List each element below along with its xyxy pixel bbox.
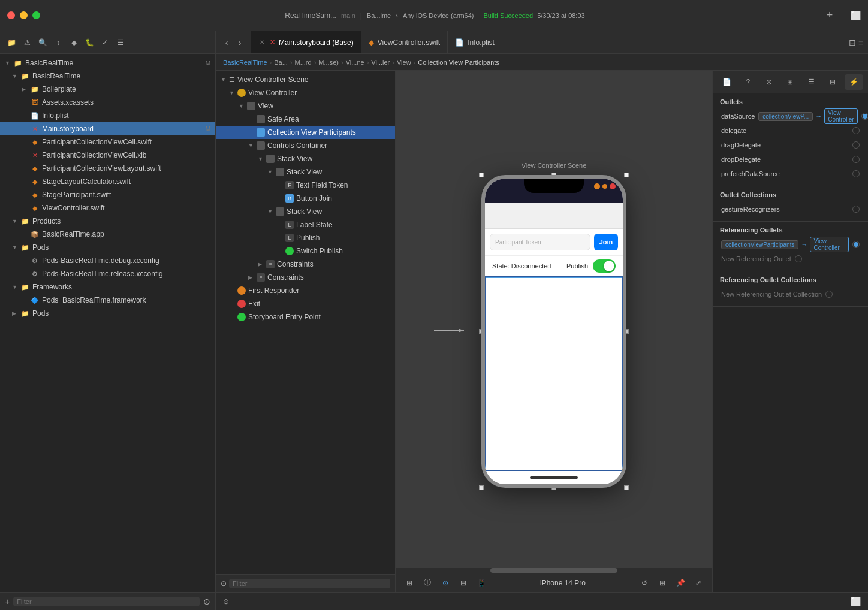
canvas-scrollbar-thumb[interactable]	[490, 568, 617, 573]
outlet-circle-new-ref-collection[interactable]	[825, 291, 833, 298]
tab-viewcontroller-swift[interactable]: ◆ ViewController.swift	[361, 31, 448, 53]
sidebar-item-frameworks[interactable]: ▼ 📁 Frameworks	[0, 280, 215, 294]
handle-top-right[interactable]	[624, 173, 629, 177]
ib-item-button-join[interactable]: ▶ B Button Join	[216, 192, 395, 205]
inspector-constraints-button[interactable]: ⊟	[823, 74, 842, 90]
ib-item-safe-area[interactable]: ▶ Safe Area	[216, 113, 395, 126]
ib-item-text-field-token[interactable]: ▶ F Text Field Token	[216, 179, 395, 192]
handle-bot-right[interactable]	[624, 485, 629, 490]
outlet-circle-gesture[interactable]	[852, 206, 860, 213]
ib-item-constraints-1[interactable]: ▶ = Constraints	[216, 258, 395, 271]
add-editor-button[interactable]: ≡	[858, 38, 863, 47]
ib-item-controls-container[interactable]: ▼ Controls Container	[216, 139, 395, 152]
outlet-circle-prefetch[interactable]	[852, 170, 860, 177]
navigator-breakpoint-button[interactable]: ◆	[67, 36, 80, 49]
add-file-button[interactable]: +	[5, 597, 10, 606]
inspector-connections-button[interactable]: ⚡	[845, 74, 863, 90]
sidebar-item-participant-layout[interactable]: ▶ ◆ ParticipantCollectionViewLayout.swif…	[0, 162, 215, 175]
split-editor-button[interactable]: ⊟	[849, 38, 856, 47]
tab-info-plist[interactable]: 📄 Info.plist	[448, 31, 502, 53]
minimize-button[interactable]	[20, 11, 28, 19]
sidebar-item-participant-cell-swift[interactable]: ▶ ◆ ParticipantCollectionViewCell.swift	[0, 135, 215, 149]
navigator-search-button[interactable]: 🔍	[36, 36, 49, 49]
ib-item-view-controller[interactable]: ▼ View Controller	[216, 86, 395, 99]
canvas-info-button[interactable]: ⓘ	[421, 576, 434, 590]
canvas-grid-button[interactable]: ⊞	[656, 576, 669, 590]
inspector-quickhelp-button[interactable]: ?	[739, 74, 757, 90]
sidebar-item-framework[interactable]: ▶ 🔷 Pods_BasicRealTime.framework	[0, 294, 215, 307]
sidebar-item-participant-cell-xib[interactable]: ▶ ✕ ParticipantCollectionViewCell.xib	[0, 149, 215, 162]
sidebar-item-basicrealtime-root[interactable]: ▼ 📁 BasicRealTime M	[0, 56, 215, 70]
breadcrumb-item[interactable]: M...rd	[295, 59, 312, 66]
outlet-circle-datasource[interactable]	[861, 113, 868, 120]
ib-item-stack-view-1[interactable]: ▼ Stack View	[216, 152, 395, 165]
ib-item-view[interactable]: ▼ View	[216, 99, 395, 113]
sidebar-item-products[interactable]: ▼ 📁 Products	[0, 215, 215, 228]
footer-action-button[interactable]: ⬜	[851, 597, 861, 606]
sidebar-item-info-plist[interactable]: ▶ 📄 Info.plist	[0, 109, 215, 122]
participant-token-input[interactable]: Participant Token	[490, 234, 590, 250]
canvas-phone-button[interactable]: 📱	[475, 576, 488, 590]
ib-item-switch-publish[interactable]: ▶ Switch Publish	[216, 244, 395, 258]
ib-item-stack-view-3[interactable]: ▼ Stack View	[216, 205, 395, 218]
canvas-target-button[interactable]: ⊙	[439, 576, 452, 590]
sidebar-item-main-storyboard[interactable]: ▶ ✕ Main.storyboard M	[0, 122, 215, 135]
navigator-git-button[interactable]: ↕	[52, 36, 65, 49]
sidebar-item-viewcontroller-swift[interactable]: ▶ ◆ ViewController.swift	[0, 201, 215, 215]
ib-item-label-state[interactable]: ▶ L Label State	[216, 218, 395, 231]
breadcrumb-item[interactable]: BasicRealTime	[223, 59, 267, 66]
canvas-expand-button[interactable]: ⤢	[692, 576, 705, 590]
sidebar-item-stage-participant[interactable]: ▶ ◆ StageParticipant.swift	[0, 188, 215, 201]
breadcrumb-item-current[interactable]: Collection View Participants	[418, 59, 499, 66]
ib-item-storyboard-entry[interactable]: ▶ Storyboard Entry Point	[216, 310, 395, 324]
outlet-circle-cvp[interactable]	[852, 241, 860, 248]
sidebar-item-pods-debug[interactable]: ▶ ⚙ Pods-BasicRealTime.debug.xcconfig	[0, 254, 215, 267]
canvas-area[interactable]: View Controller Scene	[396, 71, 712, 592]
sidebar-item-pods-release[interactable]: ▶ ⚙ Pods-BasicRealTime.release.xcconfig	[0, 267, 215, 280]
add-tab-button[interactable]: +	[822, 8, 837, 23]
sidebar-item-assets[interactable]: ▶ 🖼 Assets.xcassets	[0, 96, 215, 109]
handle-bot-left[interactable]	[479, 485, 484, 490]
ib-item-stack-view-2[interactable]: ▼ Stack View	[216, 165, 395, 179]
tab-main-storyboard[interactable]: ✕ ✕ Main.storyboard (Base)	[251, 31, 361, 53]
navigator-report-button[interactable]: ☰	[114, 36, 127, 49]
inspector-id-button[interactable]: ⊙	[760, 74, 779, 90]
navigator-warning-button[interactable]: ⚠	[20, 36, 34, 49]
canvas-scrollbar[interactable]	[396, 568, 712, 573]
datasource-connected-box[interactable]: collectionViewP...	[758, 112, 813, 121]
sidebar-item-boilerplate[interactable]: ▶ 📁 Boilerplate	[0, 83, 215, 96]
breadcrumb-item[interactable]: Ba...	[274, 59, 288, 66]
breadcrumb-item[interactable]: Vi...ler	[371, 59, 390, 66]
sidebar-item-app[interactable]: ▶ 📦 BasicRealTime.app	[0, 228, 215, 241]
sidebar-filter-options[interactable]: ⊙	[203, 597, 210, 606]
close-button[interactable]	[7, 11, 15, 19]
ib-item-first-responder[interactable]: ▶ First Responder	[216, 284, 395, 297]
breadcrumb-item[interactable]: View	[397, 59, 411, 66]
inspector-file-button[interactable]: 📄	[718, 74, 736, 90]
ib-item-exit[interactable]: ▶ Exit	[216, 297, 395, 310]
sidebar-filter-input[interactable]	[13, 597, 200, 606]
inspector-attributes-button[interactable]: ⊞	[781, 74, 800, 90]
inspector-size-button[interactable]: ☰	[802, 74, 821, 90]
navigator-debug-button[interactable]: 🐛	[83, 36, 96, 49]
ib-item-vc-scene[interactable]: ▼ ☰ View Controller Scene	[216, 73, 395, 86]
sidebar-item-pods-root[interactable]: ▶ 📁 Pods	[0, 307, 215, 320]
ib-item-constraints-2[interactable]: ▶ = Constraints	[216, 271, 395, 284]
tab-back-button[interactable]: ‹	[221, 37, 233, 49]
sidebar-item-basicrealtime-group[interactable]: ▼ 📁 BasicRealTime	[0, 70, 215, 83]
ib-item-collection-view[interactable]: ▶ Collection View Participants	[216, 126, 395, 139]
sidebar-item-pods-group[interactable]: ▼ 📁 Pods	[0, 241, 215, 254]
maximize-button[interactable]	[32, 11, 40, 19]
outlet-circle-delegate[interactable]	[852, 127, 860, 134]
tab-close-icon[interactable]: ✕	[258, 38, 266, 47]
breadcrumb-item[interactable]: M...se)	[318, 59, 339, 66]
canvas-pin-button[interactable]: 📌	[674, 576, 687, 590]
publish-switch[interactable]	[593, 259, 616, 273]
navigator-test-button[interactable]: ✓	[98, 36, 111, 49]
canvas-rotate-button[interactable]: ↺	[638, 576, 651, 590]
outlet-circle-dragdelegate[interactable]	[852, 141, 860, 149]
handle-top-left[interactable]	[479, 173, 484, 177]
cvp-connected-box[interactable]: collectionViewParticipants	[721, 240, 798, 249]
join-button[interactable]: Join	[594, 234, 618, 250]
inspector-toggle-button[interactable]: ⬜	[851, 11, 861, 20]
